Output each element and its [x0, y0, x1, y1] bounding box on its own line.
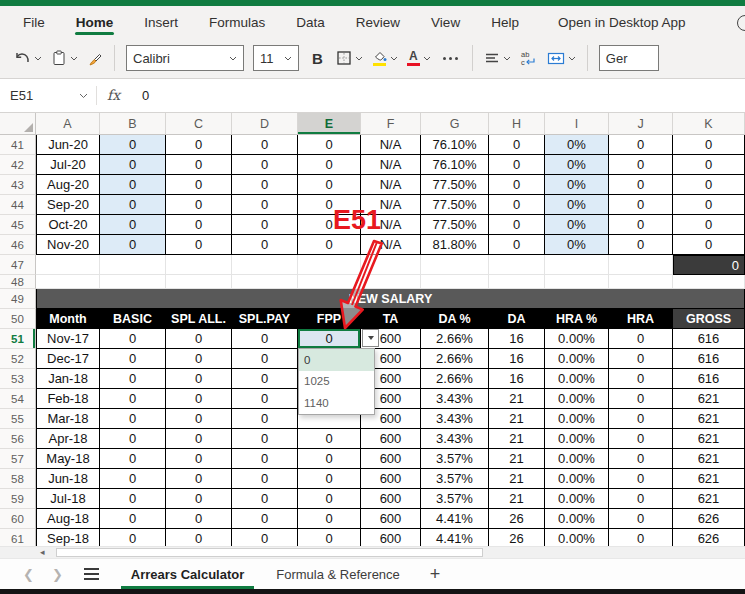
- col-header-J[interactable]: J: [609, 113, 673, 135]
- row-header-54[interactable]: 54: [0, 389, 36, 409]
- cell-G54[interactable]: 3.43%: [421, 389, 489, 409]
- cell-K50[interactable]: GROSS: [673, 309, 745, 329]
- cell-B50[interactable]: BASIC: [100, 309, 166, 329]
- cell-F57[interactable]: 600: [361, 449, 421, 469]
- cell-E58[interactable]: 0: [298, 469, 361, 489]
- cell-A59[interactable]: Jul-18: [36, 489, 100, 509]
- cell-G45[interactable]: 77.50%: [421, 215, 489, 235]
- cell-A45[interactable]: Oct-20: [36, 215, 100, 235]
- row-header-52[interactable]: 52: [0, 349, 36, 369]
- cell-G47[interactable]: [421, 255, 489, 275]
- cell-G52[interactable]: 2.66%: [421, 349, 489, 369]
- cell-C61[interactable]: 0: [166, 529, 232, 546]
- row-header-61[interactable]: 61: [0, 529, 36, 546]
- alignment-button[interactable]: [484, 51, 511, 65]
- sheet-nav-right-icon[interactable]: ❯: [43, 567, 72, 582]
- name-box[interactable]: E51: [0, 79, 96, 112]
- cell-D54[interactable]: 0: [232, 389, 298, 409]
- cell-J47[interactable]: [609, 255, 673, 275]
- menu-tab-help[interactable]: Help: [490, 6, 520, 38]
- row-header-53[interactable]: 53: [0, 369, 36, 389]
- row-header-46[interactable]: 46: [0, 235, 36, 255]
- cell-F58[interactable]: 600: [361, 469, 421, 489]
- cell-E41[interactable]: 0: [298, 135, 361, 155]
- cell-H50[interactable]: DA: [489, 309, 545, 329]
- col-header-K[interactable]: K: [673, 113, 745, 135]
- cell-G48[interactable]: [421, 275, 489, 289]
- cell-I61[interactable]: 0.00%: [545, 529, 609, 546]
- cell-G61[interactable]: 4.41%: [421, 529, 489, 546]
- cell-D50[interactable]: SPL.PAY: [232, 309, 298, 329]
- font-color-button[interactable]: A: [407, 50, 431, 67]
- cell-J59[interactable]: 0: [609, 489, 673, 509]
- cell-J61[interactable]: 0: [609, 529, 673, 546]
- cell-C56[interactable]: 0: [166, 429, 232, 449]
- cell-J46[interactable]: 0: [609, 235, 673, 255]
- cell-B56[interactable]: 0: [100, 429, 166, 449]
- row-header-60[interactable]: 60: [0, 509, 36, 529]
- cell-C45[interactable]: 0: [166, 215, 232, 235]
- cell-J44[interactable]: 0: [609, 195, 673, 215]
- cell-F48[interactable]: [361, 275, 421, 289]
- font-size-select[interactable]: 11: [253, 45, 299, 71]
- col-header-B[interactable]: B: [100, 113, 166, 135]
- cell-C53[interactable]: 0: [166, 369, 232, 389]
- fill-color-button[interactable]: [372, 50, 398, 67]
- cell-G41[interactable]: 76.10%: [421, 135, 489, 155]
- cell-D59[interactable]: 0: [232, 489, 298, 509]
- cell-I47[interactable]: [545, 255, 609, 275]
- cell-I57[interactable]: 0.00%: [545, 449, 609, 469]
- merge-cells-button[interactable]: [547, 51, 576, 66]
- cell-J50[interactable]: HRA: [609, 309, 673, 329]
- row-header-51[interactable]: 51: [0, 329, 36, 349]
- cell-H48[interactable]: [489, 275, 545, 289]
- cell-C60[interactable]: 0: [166, 509, 232, 529]
- cell-J48[interactable]: [609, 275, 673, 289]
- cell-G42[interactable]: 76.10%: [421, 155, 489, 175]
- cell-A54[interactable]: Feb-18: [36, 389, 100, 409]
- cell-B59[interactable]: 0: [100, 489, 166, 509]
- cell-G53[interactable]: 2.66%: [421, 369, 489, 389]
- format-painter-button[interactable]: [87, 50, 103, 66]
- cell-K41[interactable]: 0: [673, 135, 745, 155]
- formula-input[interactable]: 0: [142, 88, 745, 103]
- cell-D45[interactable]: 0: [232, 215, 298, 235]
- cell-K57[interactable]: 621: [673, 449, 745, 469]
- cell-J55[interactable]: 0: [609, 409, 673, 429]
- cell-C48[interactable]: [166, 275, 232, 289]
- col-header-H[interactable]: H: [489, 113, 545, 135]
- row-header-45[interactable]: 45: [0, 215, 36, 235]
- cell-D43[interactable]: 0: [232, 175, 298, 195]
- cell-J41[interactable]: 0: [609, 135, 673, 155]
- cell-E44[interactable]: 0: [298, 195, 361, 215]
- col-header-I[interactable]: I: [545, 113, 609, 135]
- cell-D42[interactable]: 0: [232, 155, 298, 175]
- cell-D47[interactable]: [232, 255, 298, 275]
- cell-I44[interactable]: 0%: [545, 195, 609, 215]
- cell-G59[interactable]: 3.57%: [421, 489, 489, 509]
- cell-I58[interactable]: 0.00%: [545, 469, 609, 489]
- row-header-57[interactable]: 57: [0, 449, 36, 469]
- cell-C52[interactable]: 0: [166, 349, 232, 369]
- cell-E46[interactable]: 0: [298, 235, 361, 255]
- cell-H59[interactable]: 21: [489, 489, 545, 509]
- cell-I48[interactable]: [545, 275, 609, 289]
- cell-H58[interactable]: 21: [489, 469, 545, 489]
- cell-I51[interactable]: 0.00%: [545, 329, 609, 349]
- cell-J58[interactable]: 0: [609, 469, 673, 489]
- cell-B48[interactable]: [100, 275, 166, 289]
- cell-A56[interactable]: Apr-18: [36, 429, 100, 449]
- cell-H61[interactable]: 26: [489, 529, 545, 546]
- info-circle-icon[interactable]: [737, 15, 745, 31]
- cell-J42[interactable]: 0: [609, 155, 673, 175]
- cell-K54[interactable]: 621: [673, 389, 745, 409]
- cell-A46[interactable]: Nov-20: [36, 235, 100, 255]
- cell-F59[interactable]: 600: [361, 489, 421, 509]
- cell-B44[interactable]: 0: [100, 195, 166, 215]
- cell-A41[interactable]: Jun-20: [36, 135, 100, 155]
- cell-E57[interactable]: 0: [298, 449, 361, 469]
- cell-I52[interactable]: 0.00%: [545, 349, 609, 369]
- cell-E48[interactable]: [298, 275, 361, 289]
- cell-B47[interactable]: [100, 255, 166, 275]
- cell-D48[interactable]: [232, 275, 298, 289]
